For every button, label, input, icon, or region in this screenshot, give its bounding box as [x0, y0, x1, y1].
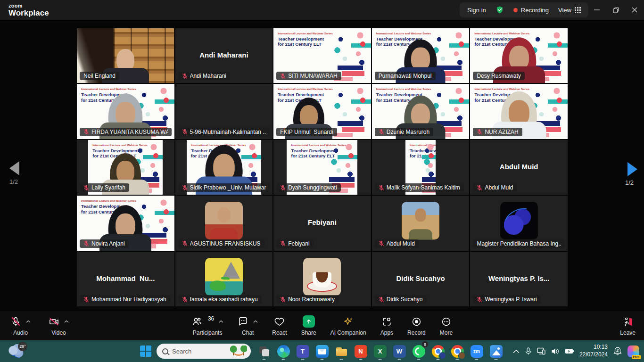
sign-in-button[interactable]: Sign in [467, 7, 486, 14]
tray-microphone-icon[interactable] [525, 347, 532, 355]
restore-button[interactable] [606, 0, 625, 20]
chat-icon [238, 316, 248, 327]
participant-name-label: Didik Sucahyo [375, 295, 427, 304]
view-button[interactable]: View [558, 7, 581, 14]
start-button[interactable] [140, 346, 151, 357]
chat-button[interactable]: Chat [238, 315, 258, 336]
minimize-button[interactable] [587, 0, 606, 20]
participant-tile[interactable]: International Lecture and Webinar Series… [273, 84, 371, 139]
search-box[interactable]: Search [157, 344, 251, 359]
previous-page-arrow[interactable] [9, 161, 19, 175]
audio-button[interactable]: Audio [10, 315, 31, 336]
security-shield-icon[interactable] [495, 6, 504, 14]
close-icon [632, 7, 637, 13]
chat-caret-icon[interactable] [253, 320, 258, 323]
participant-tile[interactable]: International Lecture and Webinar Series… [273, 140, 371, 195]
notifications-dnd-bell-icon[interactable] [613, 346, 622, 356]
ai-companion-button[interactable]: AI Companion [330, 315, 366, 336]
participant-tile[interactable]: Noor Rachmawaty [273, 252, 371, 306]
restore-icon [613, 7, 619, 13]
leave-button[interactable]: Leave [620, 315, 636, 336]
video-options-caret-icon[interactable] [64, 320, 69, 323]
audio-options-caret-icon[interactable] [26, 320, 31, 323]
mail-icon[interactable] [314, 342, 330, 360]
profile-avatar [205, 258, 243, 296]
apps-icon [381, 316, 392, 327]
participant-tile[interactable]: Mohammad Nu...Mohammad Nur Hadiyansyah [77, 252, 174, 306]
titlebar-controls-group: Sign in Recording View [460, 2, 588, 17]
muted-mic-icon [83, 240, 89, 247]
share-button[interactable]: Share [301, 315, 316, 336]
react-button[interactable]: React [272, 315, 287, 336]
participant-display-name: Mohammad Nu... [77, 274, 174, 282]
word-icon[interactable]: W [391, 342, 407, 360]
nitro-pdf-icon[interactable]: N [353, 342, 369, 360]
participant-tile[interactable]: Weningtyas P. Is...Weningtyas P. Iswari [470, 252, 568, 306]
participant-tile[interactable]: Abdul MuidAbdul Muid [470, 140, 568, 195]
weather-widget[interactable]: 29° [8, 344, 24, 358]
clock-time: 10:13 [579, 344, 608, 351]
teams-icon[interactable]: T [295, 342, 311, 360]
participant-tile[interactable]: Abdul Muid [372, 196, 470, 250]
participant-tile[interactable]: International Lecture and Webinar Series… [372, 28, 470, 83]
mic-muted-icon [10, 316, 21, 327]
record-button[interactable]: Record [407, 315, 426, 336]
edge-icon[interactable] [275, 342, 291, 360]
chrome-profile-2-icon[interactable] [449, 342, 465, 360]
participant-tile[interactable]: International Lecture and Webinar Series… [77, 196, 174, 250]
muted-mic-icon [477, 185, 482, 191]
copilot-icon[interactable]: PRE [627, 346, 639, 357]
participant-tile[interactable]: International Lecture and Webinar Series… [470, 28, 568, 83]
participants-button[interactable]: 36 Participants [191, 315, 223, 336]
taskbar-clock[interactable]: 10:13 22/07/2024 [579, 344, 608, 358]
tray-battery-charging-icon[interactable] [565, 348, 574, 354]
next-page-arrow[interactable] [627, 162, 637, 176]
task-view-icon[interactable] [256, 342, 272, 360]
chrome-profile-1-icon[interactable] [430, 342, 446, 360]
participant-display-name: Febiyani [273, 218, 371, 226]
zoom-app-icon[interactable]: zm [469, 342, 485, 360]
muted-mic-icon [83, 129, 89, 135]
participant-tile[interactable]: AGUSTINUS FRANSISKUS [175, 196, 273, 250]
participant-tile[interactable]: International Lecture and Webinar Series… [372, 140, 470, 195]
more-button[interactable]: More [440, 315, 453, 336]
participant-tile[interactable]: Neil England [77, 28, 174, 83]
participant-name-label: SITI MUNAWARAH [276, 72, 341, 80]
participant-tile[interactable]: Magister Pendidikan Bahasa Ing... [470, 196, 568, 250]
participant-name-label: Sidik Prabowo _Univ. Mulawar... [178, 183, 270, 192]
recording-indicator: Recording [513, 7, 549, 14]
participant-tile[interactable]: famala eka sanhadi rahayu [175, 252, 273, 306]
participants-caret-icon[interactable] [219, 320, 223, 323]
muted-mic-icon [182, 129, 188, 135]
participant-tile[interactable]: 5-96-Mutmainah-Kalimantan ... [175, 84, 273, 139]
tray-volume-icon[interactable] [551, 348, 560, 355]
video-button[interactable]: Video [49, 315, 69, 336]
chat-label: Chat [242, 329, 254, 336]
participant-display-name: Weningtyas P. Is... [470, 274, 568, 282]
whatsapp-icon[interactable]: 9 [411, 342, 427, 360]
participant-tile[interactable]: Didik SucahyoDidik Sucahyo [372, 252, 470, 306]
tray-cast-display-icon[interactable] [537, 347, 546, 355]
participant-tile[interactable]: FebiyaniFebiyani [273, 196, 371, 250]
participant-tile[interactable]: International Lecture and Webinar Series… [470, 84, 568, 139]
profile-avatar [402, 202, 439, 240]
tray-overflow-chevron-icon[interactable] [513, 349, 520, 354]
participant-name-label: Noor Rachmawaty [276, 295, 339, 304]
participant-tile[interactable]: International Lecture and Webinar Series… [77, 84, 174, 139]
participant-tile[interactable]: International Lecture and Webinar Series… [175, 140, 273, 195]
apps-label: Apps [380, 329, 393, 336]
participant-tile[interactable]: International Lecture and Webinar Series… [372, 84, 470, 139]
excel-icon: X [374, 345, 387, 358]
record-label: Record [407, 329, 426, 336]
participant-display-name: Didik Sucahyo [372, 274, 470, 282]
participant-tile[interactable]: International Lecture and Webinar Series… [77, 140, 174, 195]
participants-label: Participants [193, 329, 223, 336]
close-button[interactable] [625, 0, 644, 20]
participant-tile[interactable]: International Lecture and Webinar Series… [273, 28, 371, 83]
photos-icon[interactable] [488, 342, 504, 360]
participant-tile[interactable]: Andi MaharaniAndi Maharani [175, 28, 273, 83]
apps-button[interactable]: Apps [380, 315, 393, 336]
excel-icon[interactable]: X [372, 342, 388, 360]
participant-name-label: Abdul Muid [473, 183, 517, 192]
file-explorer-icon[interactable] [333, 342, 349, 360]
